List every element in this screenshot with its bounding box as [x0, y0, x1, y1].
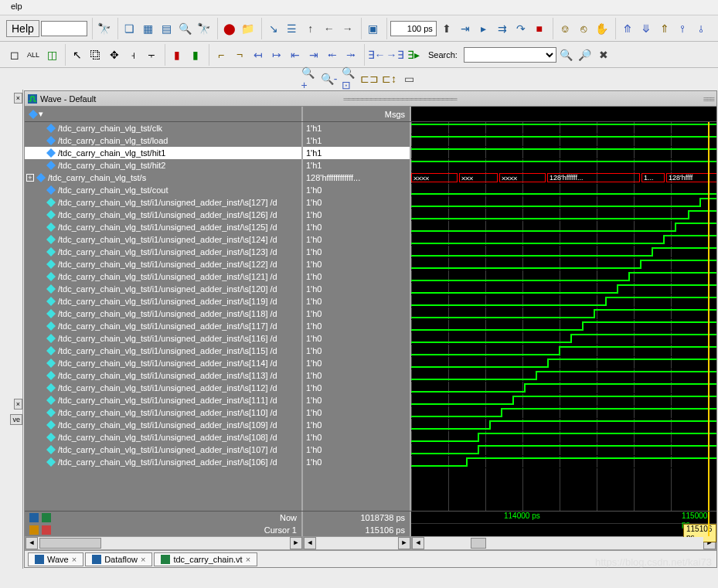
wave-hscroll[interactable]: ◄► [411, 536, 716, 550]
tab-wave[interactable]: Wave× [28, 552, 83, 566]
tab-wave-close-icon[interactable]: × [72, 555, 77, 564]
search-waves-icon[interactable]: 🔍 [177, 20, 194, 37]
go-icon[interactable]: ▮ [187, 46, 204, 63]
binoculars2-icon[interactable]: 🔭 [196, 20, 213, 37]
signal-row[interactable]: /tdc_carry_chain_vlg_tst/i1/unsigned_add… [25, 209, 301, 221]
waveform-row[interactable]: ⨉⨉⨉⨉⨉⨉⨉⨉⨉⨉⨉128'hffffff...1...128'hffff [411, 172, 716, 184]
merge-icon[interactable]: ⫲ [712, 20, 718, 37]
cursor-icon[interactable]: ↖ [69, 46, 86, 63]
prev-rise-icon[interactable]: ⇤ [287, 46, 304, 63]
signal-row[interactable]: /tdc_carry_chain_vlg_tst/i1/unsigned_add… [25, 431, 301, 444]
signal-row[interactable]: +/tdc_carry_chain_vlg_tst/s [25, 172, 301, 184]
signal-row[interactable]: /tdc_carry_chain_vlg_tst/hit2 [25, 159, 301, 172]
waveform-area[interactable]: ⨉⨉⨉⨉⨉⨉⨉⨉⨉⨉⨉128'hffffff...1...128'hffff [411, 122, 716, 511]
waveform-row[interactable] [411, 270, 716, 283]
signal-row[interactable]: /tdc_carry_chain_vlg_tst/i1/unsigned_add… [25, 406, 301, 419]
waveform-row[interactable] [411, 406, 716, 419]
move-icon[interactable]: ✥ [106, 46, 123, 63]
zoom-range-icon[interactable]: ⊏⊐ [361, 70, 378, 87]
dup-icon[interactable]: ⿻ [87, 46, 104, 63]
signal-row[interactable]: /tdc_carry_chain_vlg_tst/i1/unsigned_add… [25, 283, 301, 295]
search-clear-icon[interactable]: ✖ [595, 46, 612, 63]
search-prev-icon[interactable]: 🔍 [558, 46, 575, 63]
waveform-row[interactable] [411, 196, 716, 209]
signal-row[interactable]: /tdc_carry_chain_vlg_tst/hit1 [25, 147, 301, 159]
waveform-row[interactable] [411, 122, 716, 134]
time-up-icon[interactable]: ⬆ [438, 20, 455, 37]
edge-rise-icon[interactable]: ⌐ [213, 46, 230, 63]
signal-row[interactable]: /tdc_carry_chain_vlg_tst/i1/unsigned_add… [25, 221, 301, 233]
waveform-row[interactable] [411, 221, 716, 233]
grid-down-icon[interactable]: ⫰ [693, 20, 710, 37]
right-arrow-icon[interactable]: → [339, 20, 356, 37]
next-rise-icon[interactable]: ⇥ [305, 46, 322, 63]
signal-row[interactable]: /tdc_carry_chain_vlg_tst/i1/unsigned_add… [25, 258, 301, 270]
signal-row[interactable]: /tdc_carry_chain_vlg_tst/i1/unsigned_add… [25, 320, 301, 332]
waveform-row[interactable] [411, 444, 716, 456]
zoom-region-icon[interactable]: ▭ [401, 70, 418, 87]
up-arrow-icon[interactable]: ↑ [302, 20, 319, 37]
signal-row[interactable]: /tdc_carry_chain_vlg_tst/i1/unsigned_add… [25, 196, 301, 209]
waveform-row[interactable] [411, 233, 716, 246]
stack-icon[interactable]: ▦ [140, 20, 157, 37]
next-fall-icon[interactable]: ⤞ [342, 46, 359, 63]
expand-down-icon[interactable]: ⤋ [638, 20, 655, 37]
search-next-icon[interactable]: 🔎 [577, 46, 594, 63]
waveform-row[interactable] [411, 456, 716, 468]
find-go-icon[interactable]: ∃▸ [405, 46, 422, 63]
signal-row[interactable]: /tdc_carry_chain_vlg_tst/cout [25, 184, 301, 196]
stop2-icon[interactable]: ▮ [168, 46, 185, 63]
dock-close2-icon[interactable]: × [14, 399, 22, 410]
waveform-row[interactable] [411, 394, 716, 406]
signal-row[interactable]: /tdc_carry_chain_vlg_tst/i1/unsigned_add… [25, 295, 301, 308]
waveform-row[interactable] [411, 357, 716, 369]
folder-icon[interactable]: 📁 [240, 20, 257, 37]
signal-row[interactable]: /tdc_carry_chain_vlg_tst/i1/unsigned_add… [25, 444, 301, 456]
find-prev-icon[interactable]: ∃← [368, 46, 385, 63]
run-icon[interactable]: ▸ [475, 20, 492, 37]
expand-up-icon[interactable]: ⤊ [619, 20, 636, 37]
break-icon[interactable]: ⎊ [556, 20, 573, 37]
zoom-in-icon[interactable]: 🔍+ [301, 70, 318, 87]
value-list[interactable]: 1'h11'h11'h11'h1128'hffffffffffff...1'h0… [303, 122, 411, 511]
help-topic-input[interactable] [41, 21, 87, 36]
zoom-full-icon[interactable]: 🔍⊡ [341, 70, 358, 87]
hand-icon[interactable]: ✋ [594, 20, 611, 37]
wave-titlebar[interactable]: Wave - Default ═════════════════════════… [25, 91, 716, 107]
left-arrow-icon[interactable]: ← [321, 20, 338, 37]
dock-ve-label[interactable]: ve [10, 414, 22, 425]
step-in-icon[interactable]: ↘ [265, 20, 282, 37]
run-to-icon[interactable]: ⇥ [457, 20, 474, 37]
run-all-icon[interactable]: ⇉ [494, 20, 511, 37]
val-hscroll[interactable]: ◄► [303, 536, 411, 550]
zoom-out-icon[interactable]: 🔍- [321, 70, 338, 87]
signal-row[interactable]: /tdc_carry_chain_vlg_tst/i1/unsigned_add… [25, 332, 301, 345]
time-step-input[interactable] [390, 21, 437, 36]
waveform-row[interactable] [411, 308, 716, 320]
grid-icon[interactable]: ▤ [158, 20, 175, 37]
signal-row[interactable]: /tdc_carry_chain_vlg_tst/i1/unsigned_add… [25, 233, 301, 246]
waveform-row[interactable] [411, 295, 716, 308]
signal-row[interactable]: /tdc_carry_chain_vlg_tst/load [25, 134, 301, 147]
signal-row[interactable]: /tdc_carry_chain_vlg_tst/i1/unsigned_add… [25, 357, 301, 369]
sig-hscroll[interactable]: ◄► [25, 536, 303, 550]
prev-edge-icon[interactable]: ↤ [250, 46, 267, 63]
tab-file-close-icon[interactable]: × [246, 555, 250, 564]
waveform-row[interactable] [411, 332, 716, 345]
waveform-row[interactable] [411, 369, 716, 382]
record-icon[interactable]: ⬤ [221, 20, 238, 37]
grid-up-icon[interactable]: ⫯ [675, 20, 692, 37]
timeline[interactable]: 114000 ps 115000 ps 115106 ps [411, 512, 716, 536]
waveform-row[interactable] [411, 345, 716, 357]
cursor-row[interactable]: Cursor 1 [25, 524, 301, 536]
msgs-column-header[interactable]: Msgs [303, 107, 411, 121]
signal-row[interactable]: /tdc_carry_chain_vlg_tst/i1/unsigned_add… [25, 345, 301, 357]
zoom-cursor-icon[interactable]: ⊏↕ [381, 70, 398, 87]
waveform-row[interactable] [411, 209, 716, 221]
signal-row[interactable]: /tdc_carry_chain_vlg_tst/i1/unsigned_add… [25, 369, 301, 382]
binoculars-icon[interactable]: 🔭 [96, 20, 113, 37]
search-combo[interactable] [464, 47, 556, 63]
tab-dataflow-close-icon[interactable]: × [141, 555, 145, 564]
signal-row[interactable]: /tdc_carry_chain_vlg_tst/i1/unsigned_add… [25, 456, 301, 468]
collapse-up-icon[interactable]: ⇑ [656, 20, 673, 37]
